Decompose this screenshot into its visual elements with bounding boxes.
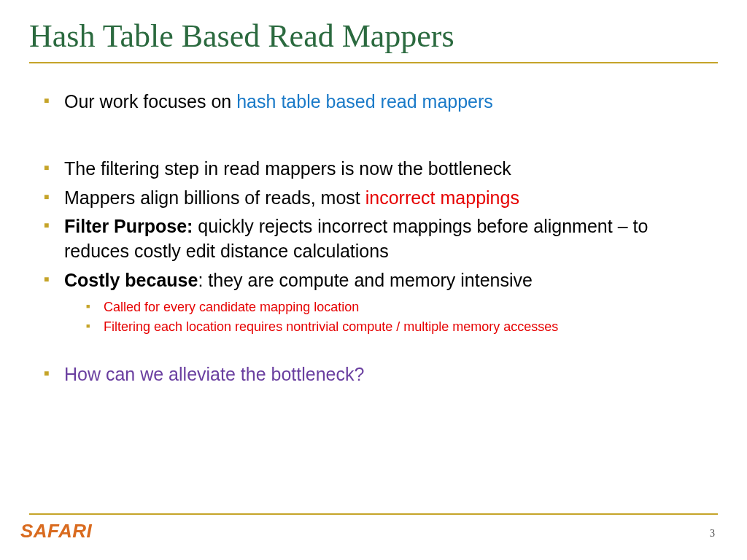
bullet-item: How can we alleviate the bottleneck? xyxy=(44,362,718,387)
bullet-item: The filtering step in read mappers is no… xyxy=(44,157,718,182)
text-highlight-blue: hash table based read mappers xyxy=(236,91,493,112)
slide-footer: SAFARI 3 xyxy=(0,513,747,542)
bullet-list: Our work focuses on hash table based rea… xyxy=(44,90,718,387)
sub-bullet-item: Filtering each location requires nontriv… xyxy=(86,317,718,338)
text-highlight-red: incorrect mappings xyxy=(365,187,519,208)
text-bold: Costly because xyxy=(64,270,198,290)
text: Mappers align billions of reads, most xyxy=(64,187,365,208)
sub-bullet-item: Called for every candidate mapping locat… xyxy=(86,298,718,318)
text-bold: Filter Purpose: xyxy=(64,216,193,236)
bullet-item: Mappers align billions of reads, most in… xyxy=(44,186,718,211)
slide: Hash Table Based Read Mappers Our work f… xyxy=(0,0,747,560)
sub-bullet-list: Called for every candidate mapping locat… xyxy=(86,298,718,338)
text-highlight-purple: How can we alleviate the bottleneck? xyxy=(64,364,364,384)
title-rule xyxy=(29,62,718,63)
page-number: 3 xyxy=(710,528,715,540)
bullet-item: Our work focuses on hash table based rea… xyxy=(44,90,718,114)
safari-logo: SAFARI xyxy=(20,520,96,542)
text: : they are compute and memory intensive xyxy=(198,270,533,290)
slide-title: Hash Table Based Read Mappers xyxy=(29,18,718,55)
footer-rule xyxy=(29,513,718,515)
text: Our work focuses on xyxy=(64,91,236,112)
bullet-item: Costly because: they are compute and mem… xyxy=(44,268,718,338)
slide-body: Our work focuses on hash table based rea… xyxy=(29,90,718,387)
logo-text: SAFARI xyxy=(20,520,92,542)
bullet-item: Filter Purpose: quickly rejects incorrec… xyxy=(44,214,718,264)
